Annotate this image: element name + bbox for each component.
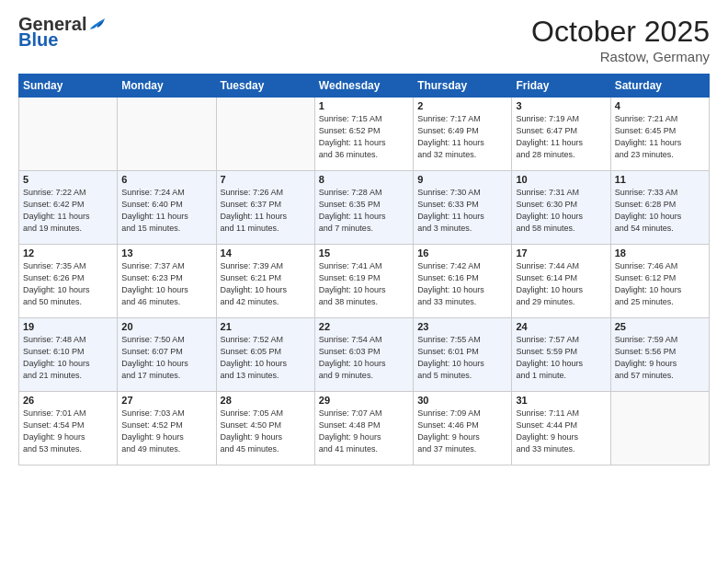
calendar-day: 8Sunrise: 7:28 AM Sunset: 6:35 PM Daylig… [314, 171, 413, 245]
calendar-day: 22Sunrise: 7:54 AM Sunset: 6:03 PM Dayli… [314, 318, 413, 392]
day-number: 25 [615, 321, 705, 332]
month-title: October 2025 [531, 15, 710, 49]
calendar-day: 21Sunrise: 7:52 AM Sunset: 6:05 PM Dayli… [216, 318, 314, 392]
calendar-day: 20Sunrise: 7:50 AM Sunset: 6:07 PM Dayli… [118, 318, 216, 392]
col-friday: Friday [512, 75, 610, 98]
day-number: 28 [221, 395, 311, 406]
calendar-day: 10Sunrise: 7:31 AM Sunset: 6:30 PM Dayli… [512, 171, 610, 245]
calendar-day: 2Sunrise: 7:17 AM Sunset: 6:49 PM Daylig… [414, 98, 512, 171]
calendar-day: 6Sunrise: 7:24 AM Sunset: 6:40 PM Daylig… [118, 171, 216, 245]
day-number: 26 [23, 395, 113, 406]
day-info: Sunrise: 7:35 AM Sunset: 6:26 PM Dayligh… [23, 260, 113, 308]
day-info: Sunrise: 7:22 AM Sunset: 6:42 PM Dayligh… [23, 187, 113, 235]
calendar-day: 1Sunrise: 7:15 AM Sunset: 6:52 PM Daylig… [314, 98, 413, 171]
day-number: 6 [121, 174, 211, 185]
calendar-day: 25Sunrise: 7:59 AM Sunset: 5:56 PM Dayli… [610, 318, 709, 392]
calendar-day: 29Sunrise: 7:07 AM Sunset: 4:48 PM Dayli… [314, 392, 413, 465]
day-info: Sunrise: 7:33 AM Sunset: 6:28 PM Dayligh… [615, 187, 705, 235]
day-number: 21 [221, 321, 311, 332]
day-info: Sunrise: 7:59 AM Sunset: 5:56 PM Dayligh… [615, 334, 705, 382]
day-number: 20 [121, 321, 211, 332]
day-number: 5 [23, 174, 113, 185]
calendar-week-row: 1Sunrise: 7:15 AM Sunset: 6:52 PM Daylig… [19, 98, 710, 171]
day-number: 11 [615, 174, 705, 185]
calendar-day: 24Sunrise: 7:57 AM Sunset: 5:59 PM Dayli… [512, 318, 610, 392]
col-sunday: Sunday [19, 75, 118, 98]
col-tuesday: Tuesday [216, 75, 314, 98]
day-info: Sunrise: 7:37 AM Sunset: 6:23 PM Dayligh… [121, 260, 211, 308]
calendar-day: 7Sunrise: 7:26 AM Sunset: 6:37 PM Daylig… [216, 171, 314, 245]
calendar-day: 23Sunrise: 7:55 AM Sunset: 6:01 PM Dayli… [414, 318, 512, 392]
calendar-day: 9Sunrise: 7:30 AM Sunset: 6:33 PM Daylig… [414, 171, 512, 245]
calendar-day: 19Sunrise: 7:48 AM Sunset: 6:10 PM Dayli… [19, 318, 118, 392]
day-info: Sunrise: 7:01 AM Sunset: 4:54 PM Dayligh… [23, 408, 113, 455]
day-number: 3 [516, 100, 606, 111]
day-number: 12 [23, 247, 113, 259]
day-number: 19 [23, 321, 113, 332]
calendar-day: 5Sunrise: 7:22 AM Sunset: 6:42 PM Daylig… [19, 171, 118, 245]
day-info: Sunrise: 7:05 AM Sunset: 4:50 PM Dayligh… [221, 408, 311, 455]
day-number: 14 [221, 247, 311, 259]
day-info: Sunrise: 7:07 AM Sunset: 4:48 PM Dayligh… [319, 408, 409, 455]
calendar-day: 13Sunrise: 7:37 AM Sunset: 6:23 PM Dayli… [118, 245, 216, 318]
calendar-week-row: 5Sunrise: 7:22 AM Sunset: 6:42 PM Daylig… [19, 171, 710, 245]
calendar-day: 28Sunrise: 7:05 AM Sunset: 4:50 PM Dayli… [216, 392, 314, 465]
day-number: 15 [319, 247, 409, 259]
calendar-header-row: Sunday Monday Tuesday Wednesday Thursday… [19, 75, 710, 98]
calendar-day: 27Sunrise: 7:03 AM Sunset: 4:52 PM Dayli… [118, 392, 216, 465]
page: General Blue October 2025 Rastow, German… [0, 0, 728, 563]
day-number: 16 [417, 247, 507, 259]
calendar-day: 30Sunrise: 7:09 AM Sunset: 4:46 PM Dayli… [414, 392, 512, 465]
day-info: Sunrise: 7:41 AM Sunset: 6:19 PM Dayligh… [319, 260, 409, 308]
calendar-day: 14Sunrise: 7:39 AM Sunset: 6:21 PM Dayli… [216, 245, 314, 318]
day-info: Sunrise: 7:44 AM Sunset: 6:14 PM Dayligh… [516, 260, 606, 308]
day-info: Sunrise: 7:21 AM Sunset: 6:45 PM Dayligh… [615, 113, 705, 161]
calendar-week-row: 19Sunrise: 7:48 AM Sunset: 6:10 PM Dayli… [19, 318, 710, 392]
calendar-day: 4Sunrise: 7:21 AM Sunset: 6:45 PM Daylig… [610, 98, 709, 171]
day-info: Sunrise: 7:15 AM Sunset: 6:52 PM Dayligh… [319, 113, 409, 161]
day-info: Sunrise: 7:09 AM Sunset: 4:46 PM Dayligh… [417, 408, 507, 455]
day-number: 10 [516, 174, 606, 185]
day-number: 2 [417, 100, 507, 111]
day-number: 17 [516, 247, 606, 259]
day-info: Sunrise: 7:26 AM Sunset: 6:37 PM Dayligh… [221, 187, 311, 235]
logo-bird-icon [88, 17, 105, 31]
calendar-day: 16Sunrise: 7:42 AM Sunset: 6:16 PM Dayli… [414, 245, 512, 318]
col-monday: Monday [118, 75, 216, 98]
title-block: October 2025 Rastow, Germany [531, 15, 710, 64]
header: General Blue October 2025 Rastow, German… [18, 15, 710, 64]
day-number: 29 [319, 395, 409, 406]
day-number: 9 [417, 174, 507, 185]
col-wednesday: Wednesday [314, 75, 413, 98]
calendar-day: 3Sunrise: 7:19 AM Sunset: 6:47 PM Daylig… [512, 98, 610, 171]
day-info: Sunrise: 7:39 AM Sunset: 6:21 PM Dayligh… [221, 260, 311, 308]
calendar-day: 15Sunrise: 7:41 AM Sunset: 6:19 PM Dayli… [314, 245, 413, 318]
empty-cell [216, 98, 314, 171]
calendar-week-row: 26Sunrise: 7:01 AM Sunset: 4:54 PM Dayli… [19, 392, 710, 465]
col-saturday: Saturday [610, 75, 709, 98]
calendar-day: 31Sunrise: 7:11 AM Sunset: 4:44 PM Dayli… [512, 392, 610, 465]
calendar-week-row: 12Sunrise: 7:35 AM Sunset: 6:26 PM Dayli… [19, 245, 710, 318]
day-info: Sunrise: 7:55 AM Sunset: 6:01 PM Dayligh… [417, 334, 507, 382]
day-info: Sunrise: 7:19 AM Sunset: 6:47 PM Dayligh… [516, 113, 606, 161]
day-number: 4 [615, 100, 705, 111]
day-info: Sunrise: 7:50 AM Sunset: 6:07 PM Dayligh… [121, 334, 211, 382]
day-info: Sunrise: 7:54 AM Sunset: 6:03 PM Dayligh… [319, 334, 409, 382]
day-info: Sunrise: 7:42 AM Sunset: 6:16 PM Dayligh… [417, 260, 507, 308]
logo-blue-text: Blue [18, 29, 58, 51]
day-info: Sunrise: 7:30 AM Sunset: 6:33 PM Dayligh… [417, 187, 507, 235]
day-info: Sunrise: 7:11 AM Sunset: 4:44 PM Dayligh… [516, 408, 606, 455]
day-number: 8 [319, 174, 409, 185]
day-number: 24 [516, 321, 606, 332]
day-number: 1 [319, 100, 409, 111]
day-number: 23 [417, 321, 507, 332]
empty-cell [118, 98, 216, 171]
day-info: Sunrise: 7:17 AM Sunset: 6:49 PM Dayligh… [417, 113, 507, 161]
day-number: 13 [121, 247, 211, 259]
day-number: 18 [615, 247, 705, 259]
day-info: Sunrise: 7:57 AM Sunset: 5:59 PM Dayligh… [516, 334, 606, 382]
calendar-day: 18Sunrise: 7:46 AM Sunset: 6:12 PM Dayli… [610, 245, 709, 318]
calendar-day: 26Sunrise: 7:01 AM Sunset: 4:54 PM Dayli… [19, 392, 118, 465]
calendar-day: 11Sunrise: 7:33 AM Sunset: 6:28 PM Dayli… [610, 171, 709, 245]
day-info: Sunrise: 7:46 AM Sunset: 6:12 PM Dayligh… [615, 260, 705, 308]
